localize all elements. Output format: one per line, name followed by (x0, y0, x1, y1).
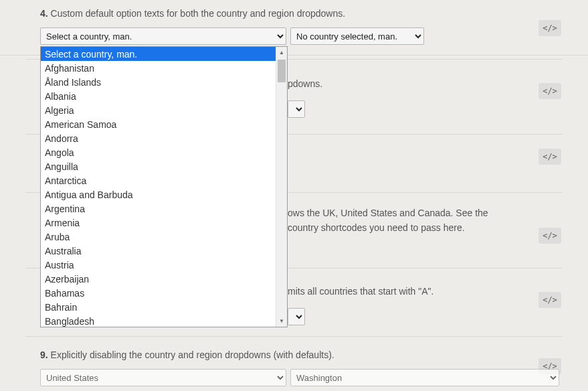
code-icon: </> (543, 23, 557, 33)
example-4-number: 4. (40, 8, 48, 19)
scroll-up-icon[interactable]: ▲ (276, 47, 287, 58)
dropdown-option[interactable]: Armenia (41, 216, 276, 230)
scroll-down-icon[interactable]: ▼ (276, 315, 287, 327)
dropdown-option[interactable]: Albania (41, 89, 276, 103)
dropdown-options-list: Select a country, man.AfghanistanÅland I… (41, 47, 276, 327)
dropdown-option[interactable]: Afghanistan (41, 61, 276, 75)
country-dropdown-9[interactable]: United States (40, 369, 286, 386)
view-code-button-4[interactable]: </> (538, 20, 561, 36)
dropdown-option[interactable]: Algeria (41, 103, 276, 117)
code-icon: </> (543, 152, 557, 161)
dropdown-option[interactable]: American Samoa (41, 117, 276, 131)
example-7-partial-text-2: country shortcodes you need to pass here… (288, 221, 561, 235)
code-icon: </> (543, 295, 557, 305)
view-code-button-5[interactable]: </> (538, 83, 561, 99)
example-4-controls: Select a country, man. No country select… (40, 27, 561, 45)
section-divider (25, 336, 563, 337)
dropdown-option[interactable]: Antarctica (41, 173, 276, 187)
example-9-section: 9. Explicitly disabling the country and … (0, 338, 588, 391)
example-9-description: 9. Explicitly disabling the country and … (40, 348, 561, 362)
dropdown-option[interactable]: Azerbaijan (41, 272, 276, 286)
example-9-text: Explicitly disabling the country and reg… (51, 349, 334, 360)
scroll-thumb[interactable] (278, 60, 286, 82)
country-dropdown-4[interactable]: Select a country, man. (40, 27, 286, 45)
dropdown-option[interactable]: Anguilla (41, 159, 276, 173)
dropdown-option[interactable]: Andorra (41, 131, 276, 145)
dropdown-option[interactable]: Angola (41, 145, 276, 159)
dropdown-option[interactable]: Bahrain (41, 300, 276, 314)
country-dropdown-4-listbox[interactable]: Select a country, man.AfghanistanÅland I… (40, 46, 288, 327)
example-8-partial-text: mits all countries that start with "A". (288, 285, 561, 299)
region-dropdown-5[interactable]: - ▾ (288, 100, 305, 118)
example-9-controls: United States Washington (40, 369, 561, 386)
dropdown-option[interactable]: Bangladesh (41, 314, 276, 327)
region-dropdown-9[interactable]: Washington (290, 369, 559, 386)
dropdown-option[interactable]: Select a country, man. (41, 47, 276, 61)
code-icon: </> (543, 231, 557, 240)
dropdown-option[interactable]: Åland Islands (41, 75, 276, 89)
view-code-button-8[interactable]: </> (538, 292, 561, 308)
dropdown-option[interactable]: Argentina (41, 202, 276, 216)
example-4-description: 4. Custom default option texts for both … (40, 7, 561, 21)
dropdown-option[interactable]: Austria (41, 258, 276, 272)
example-7-partial-text-1: ows the UK, United States and Canada. Se… (288, 206, 561, 220)
dropdown-option[interactable]: Bahamas (41, 286, 276, 300)
example-5-partial-text: pdowns. (288, 77, 561, 91)
dropdown-option[interactable]: Antigua and Barbuda (41, 187, 276, 202)
dropdown-scrollbar[interactable]: ▲ ▼ (276, 47, 287, 327)
example-9-number: 9. (40, 349, 48, 360)
dropdown-option[interactable]: Australia (41, 244, 276, 258)
view-code-button-6[interactable]: </> (538, 149, 561, 165)
region-dropdown-4[interactable]: No country selected, man. (290, 27, 424, 45)
region-dropdown-8[interactable]: - ▾ (288, 308, 305, 325)
dropdown-option[interactable]: Aruba (41, 230, 276, 244)
example-4-text: Custom default option texts for both the… (51, 8, 346, 19)
view-code-button-7[interactable]: </> (538, 228, 561, 244)
code-icon: </> (543, 86, 557, 96)
